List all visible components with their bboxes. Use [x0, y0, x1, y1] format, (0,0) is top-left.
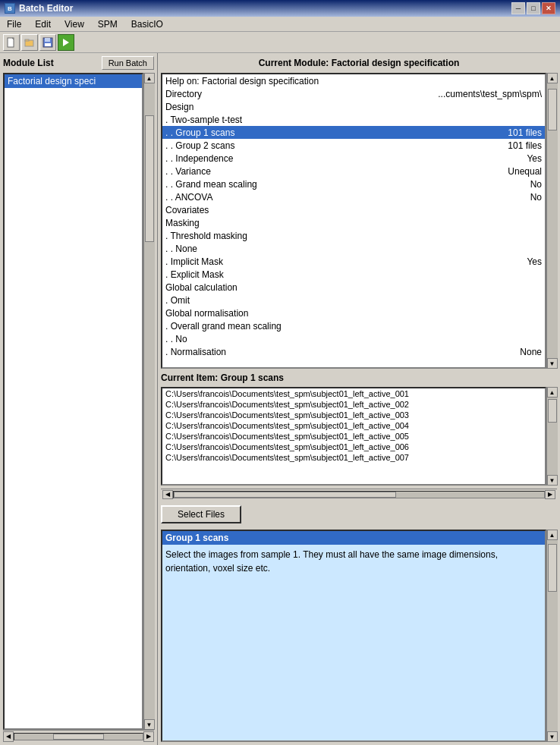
prop-scroll-down[interactable]: ▼: [547, 358, 558, 369]
main-area: Module List Run Batch Factorial design s…: [0, 53, 560, 745]
help-scrollbar-v[interactable]: ▲ ▼: [546, 530, 557, 742]
files-hscroll-track[interactable]: [173, 491, 545, 498]
prop-label-3: . . Group 1 scans: [165, 127, 234, 138]
prop-label-14: . Explicit Mask: [165, 269, 224, 280]
module-list-scrollbar-v[interactable]: ▲ ▼: [143, 73, 154, 730]
prop-label-19: . . No: [165, 334, 187, 344]
file-row-1[interactable]: C:\Users\francois\Documents\test_spm\sub…: [162, 399, 545, 410]
new-button[interactable]: [3, 34, 20, 51]
maximize-button[interactable]: □: [527, 2, 540, 14]
help-on-label: Help on: Factorial design specification: [165, 76, 319, 86]
scroll-track[interactable]: [144, 83, 155, 719]
menu-file[interactable]: File: [3, 18, 25, 30]
property-row-7[interactable]: . . Grand mean scalingNo: [162, 178, 545, 190]
help-title: Group 1 scans: [162, 531, 545, 545]
property-row-3[interactable]: . . Group 1 scans101 files: [162, 126, 545, 139]
file-row-4[interactable]: C:\Users\francois\Documents\test_spm\sub…: [162, 431, 545, 442]
file-row-5[interactable]: C:\Users\francois\Documents\test_spm\sub…: [162, 442, 545, 452]
prop-value-3: 101 files: [508, 127, 542, 138]
menu-edit[interactable]: Edit: [31, 18, 55, 30]
files-hscroll-thumb[interactable]: [174, 492, 396, 498]
prop-label-4: . . Group 2 scans: [165, 140, 234, 151]
select-files-button[interactable]: Select Files: [161, 505, 241, 523]
hscroll-right[interactable]: ▶: [143, 731, 154, 742]
help-on-row: Help on: Factorial design specification: [162, 74, 545, 87]
property-row-5[interactable]: . . IndependenceYes: [162, 152, 545, 165]
prop-scroll-up[interactable]: ▲: [547, 73, 558, 83]
app-icon: B: [5, 3, 15, 14]
open-button[interactable]: [21, 34, 38, 51]
scroll-down-arrow[interactable]: ▼: [144, 719, 155, 730]
property-row-13[interactable]: . Implicit MaskYes: [162, 255, 545, 268]
prop-value-8: No: [530, 192, 542, 203]
minimize-button[interactable]: ─: [511, 2, 525, 14]
run-button[interactable]: [58, 34, 74, 51]
files-scroll-up[interactable]: ▲: [547, 387, 558, 398]
property-row-8[interactable]: . . ANCOVANo: [162, 190, 545, 203]
help-scroll-thumb[interactable]: [548, 544, 557, 592]
svg-rect-5: [45, 38, 50, 42]
property-row-18[interactable]: . Overall grand mean scaling: [162, 319, 545, 332]
hscroll-left[interactable]: ◀: [3, 731, 14, 742]
prop-label-2: . Two-sample t-test: [165, 115, 242, 125]
property-row-11[interactable]: . Threshold masking: [162, 229, 545, 242]
svg-rect-0: [8, 38, 14, 47]
property-row-10[interactable]: Masking: [162, 216, 545, 229]
file-row-6[interactable]: C:\Users\francois\Documents\test_spm\sub…: [162, 452, 545, 463]
prop-label-6: . . Variance: [165, 166, 211, 177]
window-title: Batch Editor: [19, 3, 73, 14]
menu-basicio[interactable]: BasicIO: [127, 18, 167, 30]
run-batch-button[interactable]: Run Batch: [102, 56, 154, 70]
menu-view[interactable]: View: [61, 18, 88, 30]
help-scroll-track[interactable]: [547, 540, 558, 731]
property-row-14[interactable]: . Explicit Mask: [162, 268, 545, 281]
help-scroll-down[interactable]: ▼: [547, 731, 558, 742]
module-list-item[interactable]: Factorial design speci: [5, 74, 142, 88]
hscroll-thumb[interactable]: [53, 734, 105, 740]
menu-spm[interactable]: SPM: [94, 18, 121, 30]
properties-scrollbar-v[interactable]: ▲ ▼: [546, 73, 557, 369]
hscroll-track[interactable]: [14, 733, 143, 740]
files-scroll-track[interactable]: [547, 398, 558, 475]
module-list-hscroll[interactable]: ◀ ▶: [3, 730, 154, 742]
prop-label-20: . Normalisation: [165, 347, 226, 357]
prop-scroll-track[interactable]: [547, 83, 558, 358]
property-row-19[interactable]: . . No: [162, 332, 545, 345]
file-row-3[interactable]: C:\Users\francois\Documents\test_spm\sub…: [162, 420, 545, 431]
files-hscroll-left[interactable]: ◀: [162, 490, 173, 499]
property-row-0[interactable]: Directory...cuments\test_spm\spm\: [162, 87, 545, 100]
help-box: Group 1 scans Select the images from sam…: [161, 530, 546, 742]
property-row-1[interactable]: Design: [162, 100, 545, 113]
scroll-thumb[interactable]: [145, 115, 154, 243]
scroll-up-arrow[interactable]: ▲: [144, 73, 155, 83]
property-row-2[interactable]: . Two-sample t-test: [162, 113, 545, 126]
prop-label-8: . . ANCOVA: [165, 192, 212, 203]
prop-label-16: . Omit: [165, 295, 190, 306]
property-row-6[interactable]: . . VarianceUnequal: [162, 165, 545, 178]
file-row-0[interactable]: C:\Users\francois\Documents\test_spm\sub…: [162, 388, 545, 399]
files-container: C:\Users\francois\Documents\test_spm\sub…: [162, 388, 545, 463]
prop-label-5: . . Independence: [165, 153, 233, 164]
svg-rect-4: [45, 43, 51, 46]
files-scrollbar-v[interactable]: ▲ ▼: [546, 387, 557, 486]
close-button[interactable]: ✕: [542, 2, 555, 14]
prop-label-0: Directory: [165, 89, 202, 99]
property-row-20[interactable]: . NormalisationNone: [162, 345, 545, 358]
prop-value-13: Yes: [527, 256, 542, 267]
properties-box: Help on: Factorial design specification …: [161, 73, 546, 369]
save-button[interactable]: [39, 34, 56, 51]
property-row-15[interactable]: Global calculation: [162, 281, 545, 294]
property-row-4[interactable]: . . Group 2 scans101 files: [162, 139, 545, 152]
help-scroll-up[interactable]: ▲: [547, 530, 558, 540]
files-hscroll[interactable]: ◀ ▶: [161, 489, 557, 499]
property-row-16[interactable]: . Omit: [162, 294, 545, 306]
files-scroll-down[interactable]: ▼: [547, 475, 558, 486]
prop-scroll-thumb[interactable]: [548, 89, 557, 130]
property-row-9[interactable]: Covariates: [162, 203, 545, 216]
files-scroll-thumb[interactable]: [548, 399, 557, 423]
toolbar: [0, 32, 560, 53]
files-hscroll-right[interactable]: ▶: [545, 490, 555, 499]
property-row-12[interactable]: . . None: [162, 242, 545, 255]
property-row-17[interactable]: Global normalisation: [162, 306, 545, 319]
file-row-2[interactable]: C:\Users\francois\Documents\test_spm\sub…: [162, 410, 545, 420]
